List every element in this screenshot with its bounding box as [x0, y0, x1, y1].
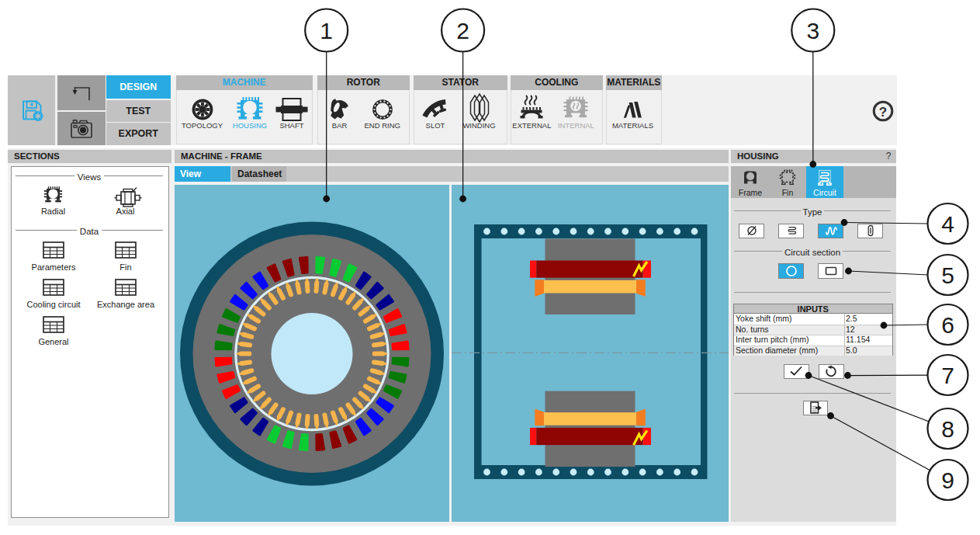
svg-text:5: 5 [941, 262, 954, 288]
svg-text:8: 8 [941, 416, 954, 442]
svg-text:6: 6 [941, 312, 954, 338]
svg-text:9: 9 [941, 467, 954, 493]
svg-text:3: 3 [806, 18, 819, 43]
svg-text:4: 4 [941, 211, 954, 237]
svg-text:2: 2 [456, 18, 469, 43]
svg-text:7: 7 [941, 363, 954, 388]
svg-text:1: 1 [320, 18, 333, 43]
